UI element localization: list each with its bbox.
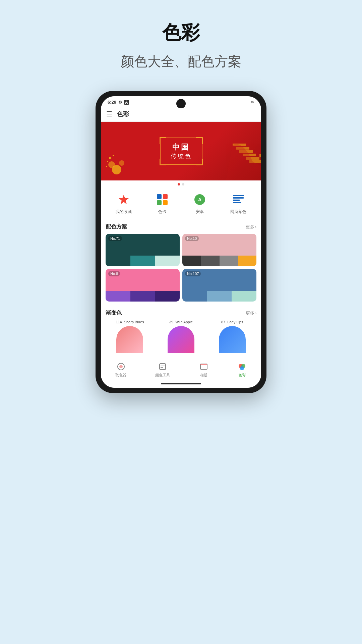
palette-card-10-label: No.10 bbox=[185, 236, 199, 241]
svg-marker-17 bbox=[119, 195, 129, 204]
palette-card-71[interactable]: No.71 bbox=[106, 234, 180, 266]
gradient-114-circle bbox=[116, 326, 143, 353]
palette-card-71-bottom bbox=[106, 256, 180, 266]
gradient-114-name: 114. Sharp Blues bbox=[116, 320, 144, 324]
home-indicator bbox=[101, 380, 261, 388]
svg-rect-27 bbox=[233, 202, 241, 203]
banner-border: 中国 传统色 bbox=[160, 138, 202, 165]
palette-card-10[interactable]: No.10 bbox=[182, 234, 256, 266]
gradient-39-name: 39. Wild Apple bbox=[169, 320, 193, 324]
quick-menu: 我的收藏 色卡 A bbox=[101, 187, 261, 219]
nav-item-colors[interactable]: 色彩 bbox=[237, 362, 247, 378]
palette-more-label: 更多 bbox=[246, 224, 254, 230]
svg-point-1 bbox=[108, 161, 115, 168]
nav-label-colors: 色彩 bbox=[238, 373, 246, 378]
gradient-items: 114. Sharp Blues 39. Wild Apple 87. Lady… bbox=[106, 320, 256, 353]
web-colors-label: 网页颜色 bbox=[230, 209, 246, 215]
svg-rect-14 bbox=[253, 158, 255, 160]
gradient-item-114[interactable]: 114. Sharp Blues bbox=[106, 320, 154, 353]
great-wall-icon bbox=[226, 133, 261, 180]
palette-grid: No.71 No.10 bbox=[106, 234, 256, 302]
palette-swatch bbox=[207, 291, 232, 302]
gradient-section-header: 渐变色 更多 › bbox=[106, 310, 256, 317]
phone-frame: 6:29 ⚙ A ✏ ☰ 色彩 bbox=[96, 91, 266, 393]
palette-section: 配色方案 更多 › No.71 bbox=[101, 221, 261, 305]
quick-item-android[interactable]: A 安卓 bbox=[192, 192, 207, 215]
nav-item-album[interactable]: 相册 bbox=[199, 362, 208, 378]
home-bar bbox=[161, 383, 201, 384]
page-subtitle: 颜色大全、配色方案 bbox=[121, 52, 241, 71]
gradient-section-title: 渐变色 bbox=[106, 310, 122, 317]
palette-swatch bbox=[201, 256, 219, 266]
banner[interactable]: 中国 传统色 bbox=[101, 122, 261, 180]
svg-rect-20 bbox=[157, 200, 162, 205]
favorites-icon bbox=[116, 192, 131, 207]
palette-swatch bbox=[155, 291, 180, 302]
svg-rect-31 bbox=[161, 366, 165, 366]
a-icon: A bbox=[124, 100, 129, 105]
nav-item-color-tools[interactable]: 颜色工具 bbox=[155, 362, 170, 378]
nav-label-color-tools: 颜色工具 bbox=[155, 373, 170, 378]
palette-more-button[interactable]: 更多 › bbox=[246, 224, 256, 230]
gradient-87-circle bbox=[219, 326, 246, 353]
gradient-item-87[interactable]: 87. Lady Lips bbox=[208, 320, 256, 353]
gradient-item-39[interactable]: 39. Wild Apple bbox=[157, 320, 205, 353]
palette-swatch bbox=[155, 256, 180, 266]
palette-card-8[interactable]: No.8 bbox=[106, 269, 180, 302]
svg-point-29 bbox=[119, 365, 123, 368]
quick-item-color-card[interactable]: 色卡 bbox=[155, 192, 170, 215]
palette-swatch bbox=[130, 291, 155, 302]
status-right: ✏ bbox=[251, 100, 254, 105]
quick-item-web-colors[interactable]: 网页颜色 bbox=[230, 192, 246, 215]
notch bbox=[176, 99, 186, 108]
palette-card-107-label: No.107 bbox=[185, 271, 201, 276]
dot-2[interactable] bbox=[182, 183, 184, 185]
svg-rect-24 bbox=[233, 195, 244, 196]
gradient-39-circle bbox=[168, 326, 194, 353]
svg-point-3 bbox=[109, 157, 111, 159]
svg-text:A: A bbox=[198, 197, 201, 202]
signal-icon: ✏ bbox=[251, 100, 254, 105]
page-title: 色彩 bbox=[162, 20, 200, 46]
status-time: 6:29 bbox=[108, 100, 116, 105]
palette-card-10-bottom bbox=[182, 256, 256, 266]
palette-swatch bbox=[232, 291, 256, 302]
banner-dots bbox=[101, 180, 261, 187]
web-colors-icon bbox=[231, 192, 246, 207]
banner-content: 中国 传统色 bbox=[160, 138, 202, 165]
palette-section-title: 配色方案 bbox=[106, 223, 127, 230]
quick-item-favorites[interactable]: 我的收藏 bbox=[116, 192, 132, 215]
menu-icon[interactable]: ☰ bbox=[106, 110, 112, 118]
svg-rect-19 bbox=[163, 194, 168, 199]
app-bar-title: 色彩 bbox=[117, 110, 129, 118]
svg-point-5 bbox=[113, 155, 114, 156]
svg-rect-26 bbox=[233, 200, 240, 201]
android-icon: A bbox=[192, 192, 207, 207]
palette-swatch bbox=[130, 256, 155, 266]
palette-swatch bbox=[182, 256, 201, 266]
palette-card-8-label: No.8 bbox=[108, 271, 120, 276]
status-left: 6:29 ⚙ A bbox=[108, 100, 129, 105]
gradient-more-button[interactable]: 更多 › bbox=[246, 310, 256, 316]
color-picker-nav-icon bbox=[116, 362, 126, 371]
color-tools-nav-icon bbox=[158, 362, 167, 371]
app-bar: ☰ 色彩 bbox=[101, 107, 261, 122]
banner-line2: 传统色 bbox=[171, 152, 192, 160]
status-bar: 6:29 ⚙ A ✏ bbox=[101, 96, 261, 107]
bottom-nav: 取色器 颜色工具 bbox=[101, 359, 261, 380]
svg-point-37 bbox=[240, 366, 244, 370]
settings-icon: ⚙ bbox=[118, 100, 122, 105]
chevron-right-icon-2: › bbox=[255, 311, 256, 316]
colors-nav-icon bbox=[237, 362, 247, 371]
fireworks-icon bbox=[105, 153, 128, 176]
color-card-icon bbox=[155, 192, 170, 207]
color-card-label: 色卡 bbox=[158, 209, 166, 215]
palette-swatch bbox=[106, 256, 130, 266]
palette-swatch bbox=[182, 291, 207, 302]
palette-card-107[interactable]: No.107 bbox=[182, 269, 256, 302]
svg-rect-30 bbox=[160, 364, 166, 370]
palette-swatch bbox=[106, 291, 130, 302]
palette-section-header: 配色方案 更多 › bbox=[106, 223, 256, 230]
nav-item-color-picker[interactable]: 取色器 bbox=[115, 362, 126, 378]
dot-1[interactable] bbox=[178, 183, 180, 185]
